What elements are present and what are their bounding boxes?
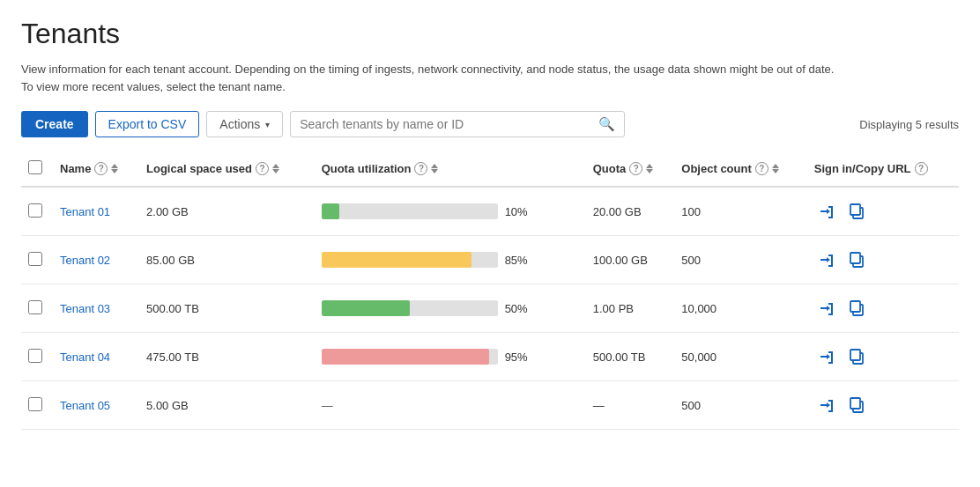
name-help-icon[interactable]: ? bbox=[94, 162, 108, 175]
quota-bar-wrapper: 95% bbox=[322, 349, 579, 365]
logical-space-cell: 5.00 GB bbox=[139, 381, 315, 430]
create-button[interactable]: Create bbox=[21, 111, 88, 137]
th-name: Name ? bbox=[53, 151, 139, 187]
logical-space-help-icon[interactable]: ? bbox=[256, 162, 269, 175]
table-row: Tenant 04475.00 TB95%500.00 TB50,000 bbox=[21, 333, 959, 381]
object-count-cell: 50,000 bbox=[674, 333, 806, 381]
table-row: Tenant 03500.00 TB50%1.00 PB10,000 bbox=[21, 284, 959, 333]
actions-dropdown-button[interactable]: Actions ▾ bbox=[206, 111, 283, 137]
actions-label: Actions bbox=[219, 117, 260, 131]
select-all-cell bbox=[21, 151, 53, 187]
quota-sort-icon[interactable] bbox=[646, 164, 653, 173]
sign-in-cell bbox=[807, 284, 959, 333]
copy-url-button-tenant-01[interactable] bbox=[846, 201, 867, 222]
svg-rect-5 bbox=[850, 301, 860, 312]
row-checkbox-tenant-02[interactable] bbox=[28, 252, 42, 266]
sign-in-button-tenant-01[interactable] bbox=[814, 200, 837, 223]
logical-space-cell: 475.00 TB bbox=[139, 333, 315, 381]
copy-url-button-tenant-04[interactable] bbox=[846, 346, 867, 367]
th-sign-in-label: Sign in/Copy URL bbox=[814, 162, 911, 175]
quota-util-cell: 95% bbox=[315, 333, 586, 381]
quota-bar-background bbox=[322, 252, 498, 268]
tenant-link-tenant-02[interactable]: Tenant 02 bbox=[60, 254, 110, 267]
copy-url-button-tenant-02[interactable] bbox=[846, 249, 867, 270]
logical-space-cell: 2.00 GB bbox=[139, 187, 315, 236]
quota-bar-fill bbox=[322, 252, 471, 268]
sign-in-help-icon[interactable]: ? bbox=[915, 162, 928, 175]
quota-help-icon[interactable]: ? bbox=[629, 162, 642, 175]
search-field[interactable]: 🔍 bbox=[290, 111, 625, 137]
object-count-help-icon[interactable]: ? bbox=[755, 162, 768, 175]
quota-dash: — bbox=[322, 399, 333, 412]
search-icon: 🔍 bbox=[598, 116, 615, 132]
select-all-checkbox[interactable] bbox=[28, 160, 42, 174]
quota-util-cell: 50% bbox=[315, 284, 586, 333]
quota-util-cell: 10% bbox=[315, 187, 586, 236]
tenant-link-tenant-05[interactable]: Tenant 05 bbox=[60, 399, 110, 412]
quota-bar-background bbox=[322, 203, 498, 219]
quota-cell: 100.00 GB bbox=[586, 236, 675, 284]
toolbar: Create Export to CSV Actions ▾ 🔍 Display… bbox=[21, 111, 959, 137]
sign-in-button-tenant-05[interactable] bbox=[814, 394, 837, 417]
sign-in-button-tenant-03[interactable] bbox=[814, 297, 837, 320]
row-checkbox-tenant-04[interactable] bbox=[28, 349, 42, 363]
object-count-cell: 10,000 bbox=[674, 284, 806, 333]
export-csv-button[interactable]: Export to CSV bbox=[95, 111, 200, 137]
row-checkbox-cell bbox=[21, 333, 53, 381]
table-header-row: Name ? Logical space used ? bbox=[21, 151, 959, 187]
quota-util-sort-icon[interactable] bbox=[431, 164, 438, 173]
object-count-cell: 500 bbox=[674, 381, 806, 430]
copy-url-button-tenant-03[interactable] bbox=[846, 298, 867, 319]
copy-url-button-tenant-05[interactable] bbox=[846, 395, 867, 416]
table-row: Tenant 0285.00 GB85%100.00 GB500 bbox=[21, 236, 959, 284]
object-count-sort-icon[interactable] bbox=[772, 164, 779, 173]
row-checkbox-tenant-05[interactable] bbox=[28, 397, 42, 411]
quota-cell: — bbox=[586, 381, 675, 430]
quota-pct-label: 85% bbox=[505, 254, 536, 267]
action-icons-group bbox=[814, 297, 952, 320]
svg-rect-3 bbox=[850, 253, 860, 263]
quota-bar-wrapper: 85% bbox=[322, 252, 579, 268]
search-input[interactable] bbox=[300, 117, 593, 131]
sign-in-cell bbox=[807, 381, 959, 430]
quota-pct-label: 95% bbox=[505, 350, 536, 364]
name-sort-icon[interactable] bbox=[111, 164, 118, 173]
sign-in-button-tenant-02[interactable] bbox=[814, 248, 837, 271]
th-quota-util: Quota utilization ? bbox=[315, 151, 586, 187]
sign-in-button-tenant-04[interactable] bbox=[814, 345, 837, 368]
tenant-name-cell: Tenant 04 bbox=[53, 333, 139, 381]
quota-util-cell: 85% bbox=[315, 236, 586, 284]
quota-util-help-icon[interactable]: ? bbox=[414, 162, 427, 175]
page-container: Tenants View information for each tenant… bbox=[0, 0, 980, 487]
th-logical-space-label: Logical space used bbox=[146, 162, 252, 175]
description-line1: View information for each tenant account… bbox=[21, 63, 834, 76]
tenant-name-cell: Tenant 02 bbox=[53, 236, 139, 284]
row-checkbox-tenant-01[interactable] bbox=[28, 203, 42, 218]
tenant-link-tenant-03[interactable]: Tenant 03 bbox=[60, 302, 110, 315]
sign-in-cell bbox=[807, 333, 959, 381]
th-quota-label: Quota bbox=[593, 162, 627, 175]
action-icons-group bbox=[814, 200, 952, 223]
action-icons-group bbox=[814, 248, 952, 271]
row-checkbox-cell bbox=[21, 284, 53, 333]
svg-rect-9 bbox=[850, 398, 860, 409]
table-body: Tenant 012.00 GB10%20.00 GB100 Tenant 02… bbox=[21, 187, 959, 430]
object-count-cell: 500 bbox=[674, 236, 806, 284]
quota-bar-background bbox=[322, 349, 498, 365]
logical-space-cell: 500.00 TB bbox=[139, 284, 315, 333]
quota-util-cell: — bbox=[315, 381, 586, 430]
th-object-count-label: Object count bbox=[681, 162, 751, 175]
object-count-cell: 100 bbox=[674, 187, 806, 236]
quota-cell: 1.00 PB bbox=[586, 284, 675, 333]
quota-pct-label: 10% bbox=[505, 205, 536, 218]
tenants-table: Name ? Logical space used ? bbox=[21, 151, 959, 430]
quota-pct-label: 50% bbox=[505, 302, 536, 315]
tenant-link-tenant-04[interactable]: Tenant 04 bbox=[60, 350, 110, 364]
row-checkbox-cell bbox=[21, 187, 53, 236]
quota-cell: 500.00 TB bbox=[586, 333, 675, 381]
logical-space-sort-icon[interactable] bbox=[272, 164, 279, 173]
description-line2: To view more recent values, select the t… bbox=[21, 80, 286, 93]
tenant-name-cell: Tenant 03 bbox=[53, 284, 139, 333]
tenant-link-tenant-01[interactable]: Tenant 01 bbox=[60, 205, 110, 218]
row-checkbox-tenant-03[interactable] bbox=[28, 300, 42, 314]
